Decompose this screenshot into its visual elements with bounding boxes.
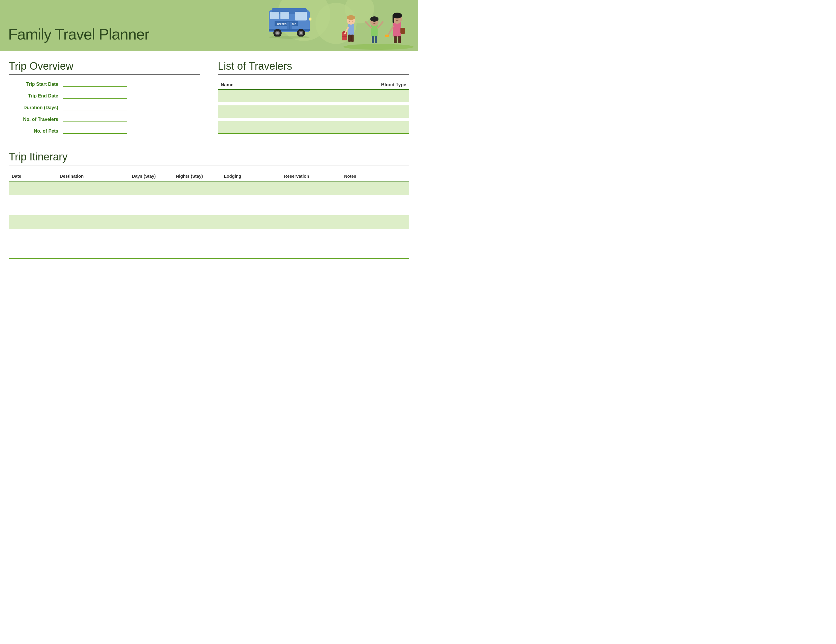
no-travelers-input[interactable]: [63, 116, 127, 122]
travelers-section: List of Travelers Name Blood Type: [218, 60, 409, 139]
duration-days-label: Duration (Days): [9, 105, 63, 110]
itinerary-date-cell[interactable]: [9, 198, 57, 212]
traveler-bloodtype-cell[interactable]: [289, 105, 409, 118]
itinerary-row: [9, 232, 409, 246]
itinerary-reservation-cell[interactable]: [281, 215, 341, 229]
itinerary-destination-cell[interactable]: [57, 198, 129, 212]
no-travelers-label: No. of Travelers: [9, 117, 63, 122]
traveler-row: [218, 121, 409, 134]
itinerary-lodging-cell[interactable]: [221, 232, 281, 246]
itinerary-lodging-cell[interactable]: [221, 215, 281, 229]
svg-line-41: [388, 26, 393, 35]
itinerary-table: Date Destination Days (Stay) Nights (Sta…: [9, 171, 409, 246]
svg-rect-32: [375, 36, 377, 43]
itinerary-notes-cell[interactable]: [341, 215, 409, 229]
svg-rect-43: [400, 28, 405, 34]
itinerary-date-col: Date: [9, 171, 57, 181]
itinerary-row: [9, 181, 409, 195]
svg-line-34: [377, 22, 383, 28]
duration-days-field: Duration (Days): [9, 104, 200, 110]
trip-overview-section: Trip Overview Trip Start Date Trip End D…: [9, 60, 200, 139]
trip-start-date-input[interactable]: [63, 80, 127, 87]
trip-start-date-label: Trip Start Date: [9, 82, 63, 87]
spacer-row: [218, 118, 409, 121]
traveler-name-cell[interactable]: [218, 90, 289, 102]
footer-line: [9, 258, 409, 259]
svg-rect-35: [393, 22, 401, 37]
bus-illustration: AIRPORT SHUTTLE: [266, 3, 313, 41]
itinerary-destination-cell[interactable]: [57, 181, 129, 195]
itinerary-notes-col: Notes: [341, 171, 409, 181]
traveler-bloodtype-cell[interactable]: [289, 121, 409, 134]
page-header: Family Travel Planner AIRPORT SHUTTLE: [0, 0, 418, 51]
spacer-row: [9, 212, 409, 215]
travelers-table: Name Blood Type: [218, 80, 409, 134]
itinerary-notes-cell[interactable]: [341, 181, 409, 195]
svg-rect-2: [295, 12, 307, 21]
travelers-title: List of Travelers: [218, 60, 409, 75]
itinerary-days-stay-cell[interactable]: [129, 215, 173, 229]
itinerary-nights-stay-cell[interactable]: [173, 181, 221, 195]
svg-rect-19: [348, 23, 354, 35]
svg-rect-28: [371, 25, 377, 37]
svg-point-18: [343, 44, 414, 50]
itinerary-destination-cell[interactable]: [57, 215, 129, 229]
trip-start-date-field: Trip Start Date: [9, 80, 200, 87]
trip-end-date-input[interactable]: [63, 92, 127, 99]
itinerary-header-row: Date Destination Days (Stay) Nights (Sta…: [9, 171, 409, 181]
people-illustration: [342, 0, 415, 51]
traveler-row: [218, 105, 409, 118]
itinerary-date-cell[interactable]: [9, 215, 57, 229]
itinerary-days-stay-cell[interactable]: [129, 181, 173, 195]
svg-rect-31: [372, 36, 374, 43]
spacer-row: [218, 102, 409, 105]
svg-rect-17: [309, 18, 312, 21]
svg-rect-42: [385, 34, 389, 37]
svg-point-21: [347, 15, 355, 20]
itinerary-reservation-cell[interactable]: [281, 198, 341, 212]
itinerary-nights-stay-cell[interactable]: [173, 198, 221, 212]
spacer-row: [9, 195, 409, 198]
itinerary-days-stay-cell[interactable]: [129, 232, 173, 246]
svg-point-15: [300, 32, 302, 34]
travelers-bloodtype-col-header: Blood Type: [289, 80, 409, 90]
itinerary-date-cell[interactable]: [9, 232, 57, 246]
main-content: Trip Overview Trip Start Date Trip End D…: [0, 51, 418, 252]
svg-line-33: [366, 22, 371, 28]
itinerary-section: Trip Itinerary Date Destination Days (St…: [9, 151, 409, 246]
itinerary-reservation-cell[interactable]: [281, 181, 341, 195]
itinerary-row: [9, 215, 409, 229]
itinerary-row: [9, 198, 409, 212]
svg-rect-22: [348, 34, 351, 42]
itinerary-lodging-cell[interactable]: [221, 181, 281, 195]
no-pets-input[interactable]: [63, 127, 127, 134]
svg-text:AIRPORT SHUTTLE: AIRPORT SHUTTLE: [277, 23, 296, 25]
svg-rect-23: [351, 34, 354, 42]
itinerary-notes-cell[interactable]: [341, 198, 409, 212]
no-pets-field: No. of Pets: [9, 127, 200, 134]
spacer-row: [9, 229, 409, 232]
svg-rect-40: [398, 36, 401, 43]
svg-point-16: [269, 36, 310, 39]
traveler-name-cell[interactable]: [218, 105, 289, 118]
itinerary-lodging-col: Lodging: [221, 171, 281, 181]
itinerary-nights-stay-cell[interactable]: [173, 215, 221, 229]
itinerary-title: Trip Itinerary: [9, 151, 409, 165]
itinerary-nights-stay-cell[interactable]: [173, 232, 221, 246]
itinerary-lodging-cell[interactable]: [221, 198, 281, 212]
itinerary-date-cell[interactable]: [9, 181, 57, 195]
itinerary-days-stay-cell[interactable]: [129, 198, 173, 212]
traveler-bloodtype-cell[interactable]: [289, 90, 409, 102]
itinerary-nights-stay-col: Nights (Stay): [173, 171, 221, 181]
traveler-name-cell[interactable]: [218, 121, 289, 134]
no-pets-label: No. of Pets: [9, 129, 63, 134]
itinerary-destination-cell[interactable]: [57, 232, 129, 246]
itinerary-notes-cell[interactable]: [341, 232, 409, 246]
itinerary-reservation-cell[interactable]: [281, 232, 341, 246]
duration-days-input[interactable]: [63, 104, 127, 110]
svg-point-30: [370, 16, 379, 22]
overview-travelers-section: Trip Overview Trip Start Date Trip End D…: [9, 60, 409, 139]
page-title: Family Travel Planner: [8, 26, 149, 43]
traveler-row: [218, 90, 409, 102]
itinerary-reservation-col: Reservation: [281, 171, 341, 181]
